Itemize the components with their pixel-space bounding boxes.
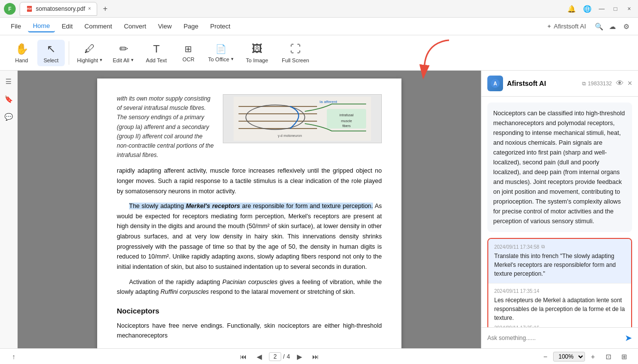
add-text-label: Add Text bbox=[146, 57, 167, 63]
prev-page-button[interactable]: ◀ bbox=[253, 351, 265, 363]
settings-icon[interactable]: ⚙ bbox=[620, 21, 632, 32]
sidebar-bookmark-icon[interactable]: 🔖 bbox=[2, 92, 16, 106]
current-page-number[interactable]: 2 bbox=[269, 352, 281, 361]
sidebar-panels-icon[interactable]: ☰ bbox=[2, 75, 16, 88]
ocr-button[interactable]: ⊞ OCR bbox=[175, 41, 202, 65]
last-page-button[interactable]: ⏭ bbox=[310, 351, 321, 363]
ocr-label: OCR bbox=[183, 56, 194, 62]
menu-home[interactable]: Home bbox=[28, 20, 55, 32]
tab-title: somatosensory.pdf bbox=[36, 5, 85, 12]
menu-comment[interactable]: Comment bbox=[80, 21, 117, 32]
ai-msg-time: 2024/09/11 17:35:14 bbox=[494, 288, 625, 294]
highlight-button[interactable]: 🖊 Highlight ▼ bbox=[73, 40, 107, 66]
highlight-text-end: are responsible for form and texture per… bbox=[240, 203, 373, 209]
zoom-out-button[interactable]: − bbox=[539, 351, 551, 363]
main-area: ☰ 🔖 💬 with its own motor supply con­sist… bbox=[0, 71, 638, 348]
menu-protect[interactable]: Protect bbox=[205, 21, 235, 32]
pdf-tab[interactable]: PDF somatosensory.pdf × bbox=[20, 2, 97, 16]
highlight-icon: 🖊 bbox=[84, 43, 95, 55]
zoom-select[interactable]: 100% 75% 125% 150% bbox=[553, 352, 585, 362]
hand-tool-button[interactable]: ✋ Hand bbox=[8, 40, 35, 66]
first-page-button[interactable]: ⏮ bbox=[238, 351, 249, 363]
ai-id-badge: ⧉ 19833132 bbox=[582, 80, 612, 87]
notification-icon[interactable]: 🔔 bbox=[565, 3, 577, 15]
nociceptors-heading: Nociceptors bbox=[117, 305, 382, 317]
copy-small-icon: ⧉ bbox=[541, 244, 545, 250]
highlight-text-start: The slowly adapting bbox=[129, 203, 186, 209]
to-office-button[interactable]: 📄 To Office ▼ bbox=[204, 41, 238, 65]
ai-star-icon: ✦ bbox=[547, 23, 552, 30]
left-sidebar: ☰ 🔖 💬 bbox=[0, 71, 18, 348]
edit-dropdown-arrow: ▼ bbox=[130, 58, 134, 62]
ai-chat-content[interactable]: Nociceptors can be classified into high-… bbox=[481, 97, 638, 327]
minimize-button[interactable]: — bbox=[597, 4, 607, 14]
ai-chat-input[interactable] bbox=[487, 335, 621, 341]
ai-close-icon[interactable]: × bbox=[628, 79, 632, 88]
add-text-icon: T bbox=[153, 43, 160, 55]
menu-file[interactable]: File bbox=[6, 21, 26, 32]
menu-page[interactable]: Page bbox=[179, 21, 203, 32]
pdf-icon: PDF bbox=[26, 5, 33, 12]
title-bar: F PDF somatosensory.pdf × + 🔔 🌐 — □ × bbox=[0, 0, 638, 18]
toolbar-separator-1 bbox=[69, 41, 69, 65]
zoom-control: − 100% 75% 125% 150% + bbox=[539, 351, 599, 363]
full-screen-icon: ⛶ bbox=[290, 43, 301, 55]
highlight-label: Highlight ▼ bbox=[77, 57, 103, 63]
svg-text:fibers: fibers bbox=[342, 124, 351, 128]
close-window-button[interactable]: × bbox=[624, 4, 634, 14]
ai-msg-text: Les récepteurs de Merkel à adaptation le… bbox=[494, 296, 625, 322]
go-to-start-button[interactable]: ↑ bbox=[8, 351, 20, 363]
toolbar: ✋ Hand ↖ Select 🖊 Highlight ▼ ✏ Edit All… bbox=[0, 35, 638, 71]
sidebar-comment-icon[interactable]: 💬 bbox=[2, 110, 16, 124]
zoom-in-button[interactable]: + bbox=[587, 351, 599, 363]
eye-icon[interactable]: 👁 bbox=[616, 79, 624, 88]
svg-text:A: A bbox=[493, 81, 497, 86]
fit-page-button[interactable]: ⊡ bbox=[603, 351, 614, 363]
select-label: Select bbox=[44, 57, 59, 63]
next-page-button[interactable]: ▶ bbox=[294, 351, 306, 363]
page-info: 2 / 4 bbox=[269, 352, 290, 361]
add-text-button[interactable]: T Add Text bbox=[140, 40, 173, 66]
menu-view[interactable]: View bbox=[153, 21, 177, 32]
select-tool-button[interactable]: ↖ Select bbox=[37, 40, 65, 66]
pdf-page: with its own motor supply con­sisting of… bbox=[97, 78, 401, 348]
user-msg-text: Translate this into french "The slowly a… bbox=[494, 252, 625, 278]
ocr-icon: ⊞ bbox=[185, 44, 192, 54]
new-tab-button[interactable]: + bbox=[99, 3, 111, 15]
search-menu-icon[interactable]: 🔍 bbox=[593, 21, 605, 32]
para-3: Activation of the rapidly adapting Pacin… bbox=[117, 277, 382, 297]
maximize-button[interactable]: □ bbox=[611, 4, 620, 14]
svg-text:muscle: muscle bbox=[341, 119, 352, 123]
full-screen-button[interactable]: ⛶ Full Screen bbox=[276, 40, 315, 66]
ai-panel-header: A Afirstsoft AI ⧉ 19833132 👁 × bbox=[481, 71, 638, 97]
menu-bar: File Home Edit Comment Convert View Page… bbox=[0, 18, 638, 35]
menu-edit[interactable]: Edit bbox=[57, 21, 78, 32]
ai-menu-label: Afirstsoft AI bbox=[554, 23, 586, 30]
edit-all-button[interactable]: ✏ Edit All ▼ bbox=[109, 40, 138, 66]
to-image-button[interactable]: 🖼 To Image bbox=[240, 40, 274, 66]
ai-chat-section: 2024/09/11 17:34:58 ⧉ Translate this int… bbox=[487, 238, 632, 327]
noci-para: Nociceptors have free nerve endings. Fun… bbox=[117, 321, 382, 341]
menu-ai[interactable]: ✦ Afirstsoft AI bbox=[542, 21, 591, 32]
para-2-text: As would be expected for receptors media… bbox=[117, 203, 382, 270]
menu-convert[interactable]: Convert bbox=[119, 21, 151, 32]
full-view-button[interactable]: ⊞ bbox=[618, 351, 630, 363]
ai-response-bubble: Nociceptors can be classified into high-… bbox=[487, 103, 632, 232]
svg-text:γ-d motoneuron: γ-d motoneuron bbox=[278, 134, 302, 138]
para-highlight: The slowly adapting Merkel's receptors a… bbox=[117, 201, 382, 272]
svg-text:intrafusal: intrafusal bbox=[340, 113, 354, 117]
tab-close-button[interactable]: × bbox=[88, 6, 91, 11]
cloud-icon[interactable]: ☁ bbox=[607, 21, 618, 32]
select-icon: ↖ bbox=[47, 43, 55, 55]
user-message: 2024/09/11 17:34:58 ⧉ Translate this int… bbox=[488, 239, 631, 283]
ai-panel-title: Afirstsoft AI bbox=[507, 79, 578, 87]
ai-input-area: ➤ bbox=[481, 327, 638, 348]
global-icon[interactable]: 🌐 bbox=[581, 3, 593, 15]
to-image-label: To Image bbox=[246, 57, 268, 63]
ai-send-button[interactable]: ➤ bbox=[625, 333, 632, 343]
bottom-bar: ↑ ⏮ ◀ 2 / 4 ▶ ⏭ − 100% 75% 125% 150% + ⊡… bbox=[0, 348, 638, 364]
app-logo: F bbox=[4, 3, 16, 15]
pdf-viewer[interactable]: with its own motor supply con­sisting of… bbox=[18, 71, 481, 348]
hand-icon: ✋ bbox=[15, 43, 28, 55]
ai-response-message: 2024/09/11 17:35:14 Les récepteurs de Me… bbox=[488, 283, 631, 327]
